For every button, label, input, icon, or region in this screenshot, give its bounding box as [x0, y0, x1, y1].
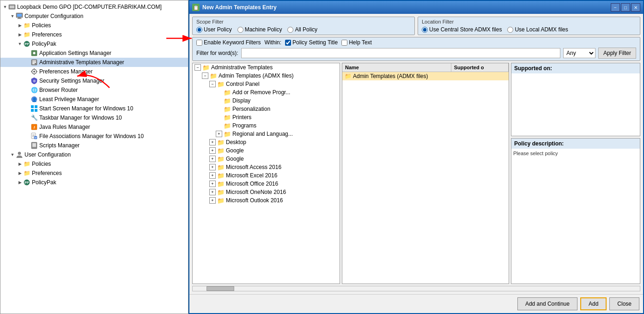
- tt-folder-icon: 📁: [224, 131, 231, 137]
- machine-policy-radio-label[interactable]: Machine Policy: [237, 26, 282, 33]
- tt-expand-ms-outlook[interactable]: [209, 197, 216, 204]
- tt-admx-files[interactable]: 📁 Admin Templates (ADMX files): [193, 72, 340, 80]
- add-button[interactable]: Add: [580, 297, 607, 310]
- right-info-panel: Supported on: Policy description: Please…: [511, 63, 640, 284]
- user-config-icon: [16, 151, 23, 158]
- tt-expand-ms-office[interactable]: [209, 181, 216, 187]
- sidebar-item-browser-router[interactable]: ▶ 🌐 Browser Router: [0, 85, 188, 95]
- machine-policy-radio[interactable]: [237, 27, 243, 33]
- horizontal-scrollbar[interactable]: [192, 286, 640, 291]
- restore-button[interactable]: □: [621, 3, 630, 12]
- tt-expand-ms-access[interactable]: [209, 164, 216, 170]
- user-policy-radio-label[interactable]: User Policy: [196, 26, 232, 33]
- all-policy-radio-label[interactable]: All Policy: [287, 26, 317, 33]
- tt-personalization-label: Personalization: [232, 106, 270, 112]
- tt-add-remove[interactable]: 📁 Add or Remove Progr...: [193, 88, 340, 97]
- user-policy-radio[interactable]: [196, 27, 202, 33]
- tt-google1[interactable]: 📁 Google: [193, 146, 340, 155]
- policy-setting-title-label[interactable]: Policy Setting Title: [285, 39, 338, 46]
- tt-google2[interactable]: 📁 Google: [193, 155, 340, 163]
- tt-expand-cp[interactable]: [209, 81, 216, 87]
- tt-expand-google1[interactable]: [209, 147, 216, 154]
- taskbar-label: Taskbar Manager for Windows 10: [39, 115, 122, 121]
- tt-root[interactable]: 📁 Administrative Templates: [193, 63, 340, 72]
- sidebar-item-policypak-1[interactable]: ▼ PP PolicyPak: [0, 39, 188, 48]
- tt-folder-icon: 📁: [217, 172, 225, 179]
- all-policy-radio[interactable]: [287, 27, 293, 33]
- sidebar-item-java-rules[interactable]: ▶ J Java Rules Manager: [0, 122, 188, 132]
- tt-ms-access[interactable]: 📁 Microsoft Access 2016: [193, 163, 340, 171]
- tt-printers[interactable]: 📁 Printers: [193, 113, 340, 121]
- central-store-radio-label[interactable]: Use Central Store ADMX files: [422, 26, 502, 33]
- sidebar-item-security-mgr[interactable]: ▶ ⊛ Security Settings Manager: [0, 76, 188, 85]
- help-text-label[interactable]: Help Text: [341, 39, 372, 46]
- prefs-mgr-icon: [30, 68, 38, 75]
- java-icon: J: [30, 123, 38, 131]
- sidebar-item-preferences-1[interactable]: ▶ 📁 Preferences: [0, 30, 188, 39]
- enable-keywords-label[interactable]: Enable Keyword Filters: [196, 39, 261, 46]
- dialog-panel: 📋 New Admin Templates Entry − □ ✕ Scope …: [188, 0, 644, 314]
- filter-words-input[interactable]: [241, 48, 560, 58]
- sidebar-item-admin-templates[interactable]: ▶ Administrative Templates Manager: [0, 58, 188, 67]
- sidebar-item-start-screen[interactable]: ▶ Start Screen Manager for Windows 10: [0, 104, 188, 113]
- least-priv-icon: 👤: [30, 96, 38, 103]
- central-store-radio[interactable]: [422, 27, 428, 33]
- dialog-titlebar: 📋 New Admin Templates Entry − □ ✕: [189, 1, 643, 14]
- tt-folder-icon: 📁: [224, 97, 231, 104]
- tt-expand-admx[interactable]: [202, 72, 208, 79]
- keywords-row1: Enable Keyword Filters Within: Policy Se…: [196, 39, 636, 46]
- tt-ms-onenote[interactable]: 📁 Microsoft OneNote 2016: [193, 188, 340, 196]
- expand-icon: ▼: [10, 13, 15, 19]
- tt-programs[interactable]: 📁 Programs: [193, 121, 340, 130]
- security-icon: ⊛: [30, 77, 38, 85]
- sidebar-item-policypak-2[interactable]: ▶ PP PolicyPak: [0, 178, 188, 187]
- policy-list: Name Supported o 📁 Admin Templates (ADMX…: [342, 63, 509, 284]
- tt-ms-office[interactable]: 📁 Microsoft Office 2016: [193, 180, 340, 188]
- least-priv-label: Least Privilege Manager: [39, 96, 99, 103]
- tree-root-item[interactable]: ▼ Loopback Demo GPO [DC-COMPUTER.FABRIKA…: [0, 2, 188, 12]
- tt-ms-excel[interactable]: 📁 Microsoft Excel 2016: [193, 171, 340, 180]
- list-row[interactable]: 📁 Admin Templates (ADMX files): [342, 72, 509, 80]
- sidebar-item-policies-2[interactable]: ▶ 📁 Policies: [0, 159, 188, 169]
- close-button[interactable]: Close: [609, 297, 639, 310]
- sidebar-item-file-assoc[interactable]: ▶ ⇌ File Associations Manager for Window…: [0, 132, 188, 141]
- close-window-button[interactable]: ✕: [631, 3, 640, 12]
- enable-keywords-checkbox[interactable]: [196, 40, 202, 46]
- minimize-button[interactable]: −: [611, 3, 620, 12]
- filter-row: Scope Filter User Policy Machine Policy: [192, 17, 640, 35]
- tt-expand-root[interactable]: [194, 64, 201, 71]
- any-select[interactable]: Any All: [563, 48, 595, 58]
- machine-policy-label: Machine Policy: [245, 26, 282, 33]
- sidebar-item-user-config[interactable]: ▼ User Configuration: [0, 150, 188, 159]
- sidebar-item-taskbar[interactable]: ▶ 🔧 Taskbar Manager for Windows 10: [0, 113, 188, 122]
- apply-filter-button[interactable]: Apply Filter: [598, 48, 636, 59]
- tt-expand-google2[interactable]: [209, 156, 216, 162]
- tt-desktop[interactable]: 📁 Desktop: [193, 138, 340, 146]
- sidebar-item-prefs-mgr[interactable]: ▶ Preferences Manager: [0, 67, 188, 76]
- tt-regional[interactable]: 📁 Regional and Languag...: [193, 130, 340, 138]
- sidebar-item-computer-config[interactable]: ▼ Computer Configuration: [0, 12, 188, 21]
- tt-expand-regional[interactable]: [216, 131, 222, 137]
- tt-control-panel[interactable]: 📁 Control Panel: [193, 80, 340, 88]
- user-config-label: User Configuration: [24, 151, 71, 158]
- sidebar-item-scripts[interactable]: ▶ Scripts Manager: [0, 141, 188, 150]
- sidebar-item-app-settings[interactable]: ▶ Application Settings Manager: [0, 48, 188, 58]
- policy-setting-title-checkbox[interactable]: [285, 40, 291, 46]
- scrollbar-thumb[interactable]: [207, 286, 234, 291]
- add-continue-button[interactable]: Add and Continue: [517, 297, 577, 310]
- windows-icon: [30, 105, 38, 112]
- tt-expand-desktop[interactable]: [209, 139, 216, 145]
- sidebar-item-policies-1[interactable]: ▶ 📁 Policies: [0, 21, 188, 30]
- sidebar-item-least-priv[interactable]: ▶ 👤 Least Privilege Manager: [0, 95, 188, 104]
- tt-personalization[interactable]: 📁 Personalization: [193, 105, 340, 113]
- help-text-checkbox[interactable]: [341, 40, 347, 46]
- local-admx-radio[interactable]: [507, 27, 513, 33]
- policypak-icon: PP: [23, 40, 30, 48]
- tt-expand-ms-onenote[interactable]: [209, 189, 216, 195]
- template-tree[interactable]: 📁 Administrative Templates 📁 Admin Templ…: [192, 63, 340, 284]
- tt-ms-outlook[interactable]: 📁 Microsoft Outlook 2016: [193, 196, 340, 205]
- tt-display[interactable]: 📁 Display: [193, 97, 340, 105]
- sidebar-item-preferences-2[interactable]: ▶ 📁 Preferences: [0, 169, 188, 178]
- tt-expand-ms-excel[interactable]: [209, 172, 216, 179]
- local-admx-radio-label[interactable]: Use Local ADMX files: [507, 26, 568, 33]
